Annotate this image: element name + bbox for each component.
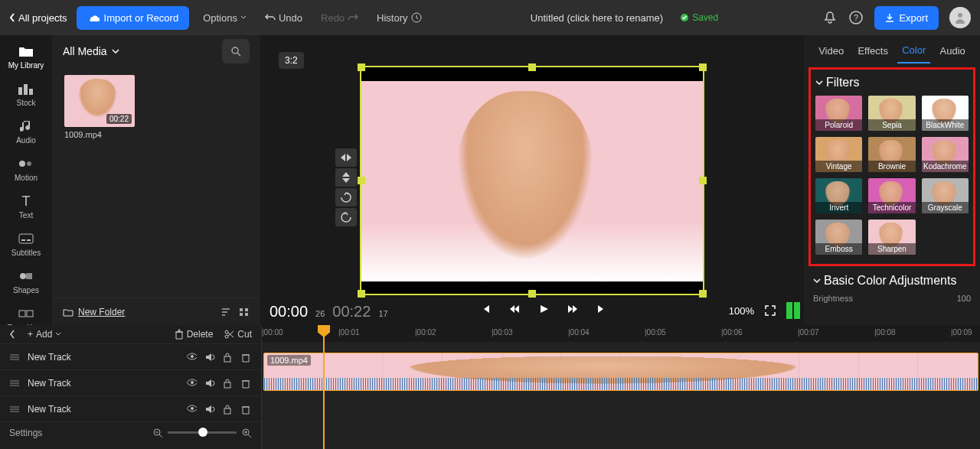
lock-icon[interactable] xyxy=(223,352,234,363)
filter-emboss[interactable]: Emboss xyxy=(815,220,862,255)
filter-polaroid[interactable]: Polaroid xyxy=(815,96,862,131)
cut-button[interactable]: Cut xyxy=(224,329,252,340)
sidebar-item-audio[interactable]: Audio xyxy=(0,113,52,151)
undo-button[interactable]: Undo xyxy=(260,9,307,27)
trash-icon[interactable] xyxy=(241,404,252,415)
track-row[interactable]: New Track xyxy=(0,395,261,421)
resize-handle[interactable] xyxy=(528,290,536,298)
sidebar-item-motion[interactable]: Motion xyxy=(0,151,52,188)
resize-handle[interactable] xyxy=(699,63,707,71)
sort-icon[interactable] xyxy=(220,307,231,317)
notifications-button[interactable] xyxy=(822,10,838,25)
resize-handle[interactable] xyxy=(699,290,707,298)
filter-invert[interactable]: Invert xyxy=(815,178,862,213)
timeline[interactable]: |00:00|00:01|00:02|00:03|00:04|00:05|00:… xyxy=(262,325,980,449)
trash-icon[interactable] xyxy=(241,352,252,363)
sidebar-item-stock[interactable]: Stock xyxy=(0,76,52,113)
chevron-left-icon[interactable] xyxy=(9,330,15,339)
sidebar-item-shapes[interactable]: Shapes xyxy=(0,263,52,301)
resize-handle[interactable] xyxy=(358,290,365,298)
rotate-cw-button[interactable] xyxy=(335,188,357,207)
filters-title[interactable]: Filters xyxy=(815,76,969,89)
sidebar-item-subtitles[interactable]: Subtitles xyxy=(0,226,52,263)
visibility-icon[interactable] xyxy=(186,352,197,363)
media-filter-select[interactable]: All Media xyxy=(63,45,119,57)
tab-color[interactable]: Color xyxy=(897,38,930,63)
redo-button[interactable]: Redo xyxy=(316,9,363,27)
skip-start-button[interactable] xyxy=(479,302,492,316)
zoom-in-icon[interactable] xyxy=(241,428,252,438)
slider-thumb[interactable] xyxy=(198,428,207,437)
filter-sepia[interactable]: Sepia xyxy=(868,96,915,131)
settings-label[interactable]: Settings xyxy=(9,428,42,438)
fullscreen-button[interactable] xyxy=(763,304,777,317)
timeline-ruler[interactable]: |00:00|00:01|00:02|00:03|00:04|00:05|00:… xyxy=(262,325,980,342)
timeline-playhead[interactable] xyxy=(323,325,325,449)
export-button[interactable]: Export xyxy=(874,6,939,30)
mute-icon[interactable] xyxy=(204,404,215,415)
drag-handle-icon[interactable] xyxy=(9,379,20,387)
add-track-button[interactable]: +Add xyxy=(28,329,61,340)
import-record-button[interactable]: Import or Record xyxy=(77,6,190,30)
tab-video[interactable]: Video xyxy=(814,39,848,63)
lock-icon[interactable] xyxy=(223,404,234,415)
new-folder-button[interactable]: New Folder xyxy=(63,307,125,317)
options-button[interactable]: Options xyxy=(198,9,251,27)
search-button[interactable] xyxy=(222,39,250,63)
rewind-button[interactable] xyxy=(508,302,521,316)
flip-vertical-button[interactable] xyxy=(335,168,357,187)
rotate-ccw-button[interactable] xyxy=(335,208,357,226)
grid-view-icon[interactable] xyxy=(239,307,250,317)
sidebar-item-label: Stock xyxy=(16,99,35,107)
mute-icon[interactable] xyxy=(204,378,215,389)
drag-handle-icon[interactable] xyxy=(9,353,20,361)
filter-grayscale[interactable]: Grayscale xyxy=(922,178,969,213)
music-icon xyxy=(18,119,34,133)
help-button[interactable]: ? xyxy=(848,10,864,25)
timeline-zoom-slider[interactable] xyxy=(152,428,252,438)
drag-handle-icon[interactable] xyxy=(9,405,20,413)
ruler-tick: |00:02 xyxy=(415,328,436,337)
zoom-out-icon[interactable] xyxy=(152,428,163,438)
sidebar-item-text[interactable]: T Text xyxy=(0,188,52,226)
svg-rect-22 xyxy=(245,313,248,316)
filter-brownie[interactable]: Brownie xyxy=(868,137,915,172)
filter-sharpen[interactable]: Sharpen xyxy=(868,220,915,255)
resize-handle[interactable] xyxy=(528,63,536,71)
project-title[interactable]: Untitled (click here to rename) xyxy=(531,12,663,24)
visibility-icon[interactable] xyxy=(186,404,197,415)
filter-technicolor[interactable]: Technicolor xyxy=(868,178,915,213)
user-avatar[interactable] xyxy=(949,7,971,28)
tab-effects[interactable]: Effects xyxy=(853,39,893,63)
media-item[interactable]: 00:22 1009.mp4 xyxy=(64,75,135,139)
resize-handle[interactable] xyxy=(699,177,707,184)
visibility-icon[interactable] xyxy=(186,378,197,389)
flip-horizontal-button[interactable] xyxy=(335,148,357,167)
skip-end-button[interactable] xyxy=(595,302,609,316)
filter-vintage[interactable]: Vintage xyxy=(815,137,862,172)
sidebar-item-library[interactable]: My Library xyxy=(0,38,52,76)
chevron-down-icon xyxy=(112,49,119,54)
history-button[interactable]: History xyxy=(372,9,426,27)
track-row[interactable]: New Track xyxy=(0,369,261,395)
mute-icon[interactable] xyxy=(204,352,215,363)
forward-button[interactable] xyxy=(566,302,580,316)
aspect-ratio-badge[interactable]: 3:2 xyxy=(279,52,304,69)
ruler-tick: |00:07 xyxy=(798,328,819,337)
filter-blackwhite[interactable]: BlackWhite xyxy=(922,96,969,131)
resize-handle[interactable] xyxy=(358,177,365,184)
adjustments-title[interactable]: Basic Color Adjustments xyxy=(813,274,971,288)
lock-icon[interactable] xyxy=(223,378,234,389)
preview-canvas[interactable] xyxy=(360,66,704,295)
play-button[interactable] xyxy=(537,302,550,316)
filter-kodachrome[interactable]: Kodachrome xyxy=(922,137,969,172)
tab-audio[interactable]: Audio xyxy=(936,39,970,63)
trash-icon[interactable] xyxy=(241,378,252,389)
track-row[interactable]: New Track xyxy=(0,343,261,369)
timeline-clip[interactable]: 1009.mp4 xyxy=(263,353,978,391)
delete-button[interactable]: Delete xyxy=(175,329,214,340)
resize-handle[interactable] xyxy=(358,63,365,71)
back-to-projects[interactable]: All projects xyxy=(9,12,67,24)
svg-point-27 xyxy=(191,381,194,384)
zoom-percent[interactable]: 100% xyxy=(729,305,754,317)
